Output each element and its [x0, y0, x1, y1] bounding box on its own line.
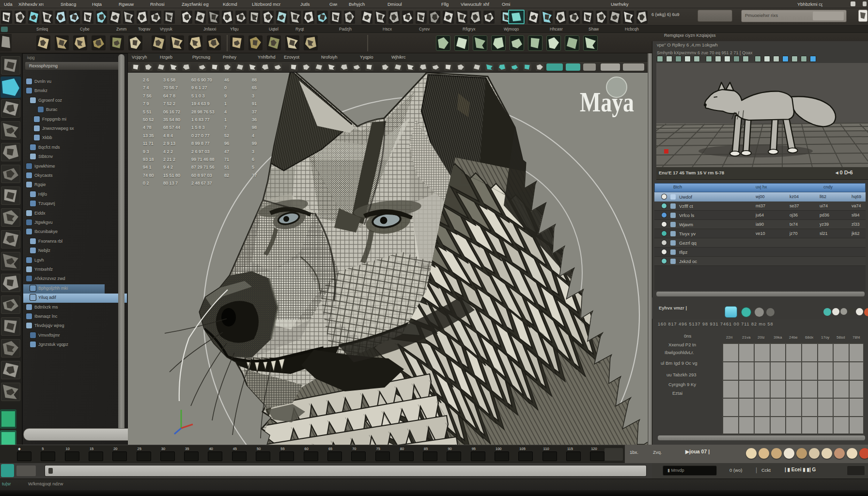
- svg-text:Maya: Maya: [580, 87, 634, 117]
